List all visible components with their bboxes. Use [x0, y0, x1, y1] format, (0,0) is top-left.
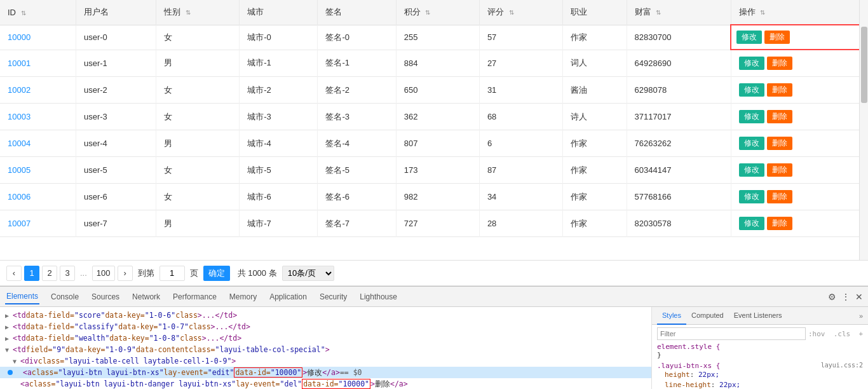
- cell-action: 修改删除: [731, 157, 867, 184]
- devtools-tab-lighthouse[interactable]: Lighthouse: [358, 290, 398, 304]
- col-header-name[interactable]: 用户名: [76, 0, 156, 25]
- col-header-city[interactable]: 城市: [240, 0, 318, 25]
- devtools-tab-application[interactable]: Application: [268, 290, 308, 304]
- table-row: 10005user-5女城市-5签名-517387作家60344147修改删除: [0, 157, 867, 184]
- devtools-tab-elements[interactable]: Elements: [5, 289, 39, 304]
- filter-bar: :hov .cls +: [657, 327, 863, 340]
- table-row: 10006user-6女城市-6签名-698234作家57768166修改删除: [0, 184, 867, 210]
- close-icon[interactable]: ✕: [855, 292, 863, 302]
- cell-score: 650: [396, 77, 479, 104]
- col-header-gender[interactable]: 性别 ⇅: [156, 0, 240, 25]
- devtools-tab-security[interactable]: Security: [318, 290, 348, 304]
- delete-button[interactable]: 删除: [767, 83, 792, 97]
- table-row: 10002user-2女城市-2签名-265031酱油6298078修改删除: [0, 77, 867, 104]
- devtools-tab-performance[interactable]: Performance: [172, 290, 218, 304]
- cell-wealth: 60344147: [627, 157, 731, 184]
- html-panel: ▶ <td data-field="score" data-key="1-0-6…: [0, 307, 652, 389]
- delete-button[interactable]: 删除: [767, 57, 792, 70]
- delete-button[interactable]: 删除: [767, 163, 792, 177]
- cell-rating: 28: [479, 210, 562, 237]
- next-page-button[interactable]: ›: [118, 266, 133, 281]
- prev-page-button[interactable]: ‹: [6, 266, 22, 281]
- styles-tab-computed[interactable]: Computed: [686, 307, 729, 325]
- devtools-tab-sources[interactable]: Sources: [90, 290, 121, 304]
- styles-tab-styles[interactable]: Styles: [657, 307, 686, 325]
- page-1-button[interactable]: 1: [24, 266, 39, 281]
- cell-score: 727: [396, 210, 479, 237]
- cell-id: 10004: [0, 130, 76, 157]
- table-row: 10000user-0女城市-0签名-025557作家82830700修改删除: [0, 25, 867, 50]
- devtools-body: ▶ <td data-field="score" data-key="1-0-6…: [0, 307, 868, 389]
- delete-button[interactable]: 删除: [767, 110, 792, 123]
- cell-city: 城市-6: [240, 184, 318, 210]
- cell-action: 修改删除: [731, 130, 867, 157]
- arrow-icon: ▶: [5, 312, 11, 319]
- edit-button[interactable]: 修改: [739, 57, 764, 70]
- edit-button[interactable]: 修改: [739, 190, 764, 203]
- col-header-sign[interactable]: 签名: [318, 0, 396, 25]
- devtools-tab-network[interactable]: Network: [131, 290, 161, 304]
- edit-button[interactable]: 修改: [739, 163, 764, 177]
- col-header-wealth[interactable]: 财富 ⇅: [627, 0, 731, 25]
- cell-score: 982: [396, 184, 479, 210]
- delete-button[interactable]: 删除: [767, 190, 792, 203]
- styles-tab-event-listeners[interactable]: Event Listeners: [729, 307, 787, 325]
- cell-action: 修改删除: [731, 104, 867, 130]
- cell-job: 作家: [563, 25, 627, 50]
- cell-city: 城市-2: [240, 77, 318, 104]
- delete-button[interactable]: 删除: [764, 31, 790, 44]
- cell-wealth: 6298078: [627, 77, 731, 104]
- devtools-tab-console[interactable]: Console: [50, 290, 80, 304]
- edit-button[interactable]: 修改: [739, 217, 764, 230]
- cell-action: 修改删除: [731, 77, 867, 104]
- sort-icon-id: ⇅: [21, 10, 26, 17]
- cell-id: 10001: [0, 50, 76, 77]
- page-3-button[interactable]: 3: [60, 266, 75, 281]
- cell-wealth: 76263262: [627, 130, 731, 157]
- cell-action: 修改删除: [731, 184, 867, 210]
- col-header-action[interactable]: 操作 ⇅: [731, 0, 867, 25]
- page-100-button[interactable]: 100: [92, 266, 115, 281]
- cell-sign: 签名-2: [318, 77, 396, 104]
- devtools-tab-memory[interactable]: Memory: [228, 290, 258, 304]
- cell-id: 10002: [0, 77, 76, 104]
- cell-gender: 女: [156, 104, 240, 130]
- delete-button[interactable]: 删除: [767, 217, 792, 230]
- page-2-button[interactable]: 2: [42, 266, 57, 281]
- edit-button[interactable]: 修改: [739, 83, 764, 97]
- goto-page-input[interactable]: [159, 266, 185, 281]
- edit-button[interactable]: 修改: [739, 137, 764, 150]
- cell-id: 10007: [0, 210, 76, 237]
- col-header-rating[interactable]: 评分 ⇅: [479, 0, 562, 25]
- scrollbar[interactable]: [859, 0, 868, 260]
- cell-name: user-7: [76, 210, 156, 237]
- active-indicator: [8, 370, 13, 375]
- cell-sign: 签名-0: [318, 25, 396, 50]
- filter-input[interactable]: [657, 327, 806, 340]
- scroll-thumb[interactable]: [861, 27, 867, 103]
- cell-job: 作家: [563, 130, 627, 157]
- cell-rating: 87: [479, 157, 562, 184]
- settings-icon[interactable]: ⚙: [828, 292, 836, 302]
- goto-confirm-button[interactable]: 确定: [203, 266, 230, 281]
- cell-job: 作家: [563, 157, 627, 184]
- cell-name: user-3: [76, 104, 156, 130]
- cell-score: 884: [396, 50, 479, 77]
- col-header-score[interactable]: 积分 ⇅: [396, 0, 479, 25]
- styles-body: :hov .cls + element.style { } .layui-btn…: [652, 325, 868, 389]
- sort-icon-wealth: ⇅: [656, 9, 661, 16]
- cell-wealth: 64928690: [627, 50, 731, 77]
- page-size-select[interactable]: 10条/页 20条/页 50条/页 100条/页: [282, 266, 334, 281]
- edit-button[interactable]: 修改: [739, 110, 764, 123]
- cell-sign: 签名-7: [318, 210, 396, 237]
- edit-button[interactable]: 修改: [736, 31, 762, 44]
- cell-gender: 男: [156, 50, 240, 77]
- cell-gender: 女: [156, 77, 240, 104]
- col-header-job[interactable]: 职业: [563, 0, 627, 25]
- styles-more-icon[interactable]: »: [859, 312, 863, 320]
- styles-panel: Styles Computed Event Listeners » :hov .…: [652, 307, 868, 389]
- col-header-id[interactable]: ID ⇅: [0, 0, 76, 25]
- delete-button[interactable]: 删除: [767, 137, 792, 150]
- devtools-panel: Elements Console Sources Network Perform…: [0, 286, 868, 389]
- vertical-dots-icon[interactable]: ⋮: [841, 292, 850, 302]
